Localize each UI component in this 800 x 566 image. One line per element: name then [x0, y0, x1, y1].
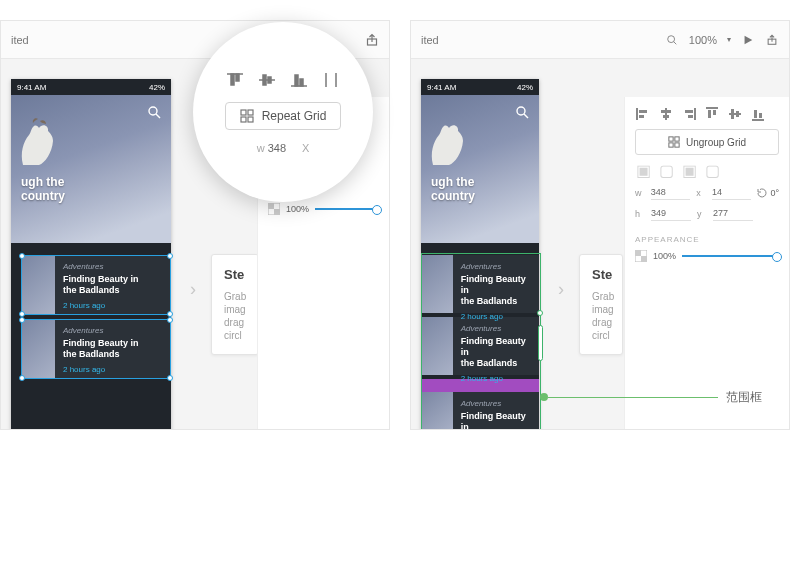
svg-rect-34 [669, 137, 673, 141]
chevron-right-icon[interactable]: › [551, 269, 571, 309]
align-middle-icon[interactable] [257, 70, 277, 90]
status-time: 9:41 AM [17, 83, 46, 92]
status-battery: 42% [149, 83, 165, 92]
svg-rect-21 [663, 115, 669, 118]
step-card: Ste Grabimagdragcircl [211, 254, 259, 355]
toolbar: ited 100% ▾ [411, 21, 789, 59]
svg-rect-4 [236, 74, 239, 81]
svg-rect-7 [295, 75, 298, 86]
svg-rect-18 [639, 115, 644, 118]
align-row [635, 107, 779, 121]
x-label: x [696, 188, 706, 198]
svg-rect-5 [263, 75, 266, 85]
size-row: w 348 x 14 0° [635, 185, 779, 200]
zoom-value[interactable]: 100% [689, 34, 717, 46]
svg-rect-28 [729, 113, 741, 115]
selection-outline [21, 319, 171, 379]
union-icon: ▣ [635, 163, 651, 177]
ungroup-grid-button[interactable]: Ungroup Grid [635, 129, 779, 155]
svg-rect-16 [636, 108, 638, 120]
rotation-input[interactable]: 0° [757, 188, 779, 198]
hero-image: ugh the country [11, 95, 171, 243]
share-icon[interactable] [365, 33, 379, 47]
height-input[interactable]: 349 [651, 206, 691, 221]
ungroup-grid-label: Ungroup Grid [686, 137, 746, 148]
align-right-icon[interactable] [681, 107, 697, 121]
step-body: Grabimagdragcircl [224, 290, 246, 342]
status-battery: 42% [517, 83, 533, 92]
svg-rect-26 [708, 110, 711, 118]
opacity-row[interactable]: 100% [268, 203, 379, 215]
search-icon[interactable] [515, 105, 529, 119]
intersect-icon: ▣ [681, 163, 697, 177]
align-bottom-icon[interactable] [750, 107, 766, 121]
y-input[interactable]: 277 [713, 206, 753, 221]
search-tool-icon[interactable] [665, 33, 679, 47]
play-icon[interactable] [741, 33, 755, 47]
svg-rect-23 [685, 110, 693, 113]
search-icon[interactable] [147, 105, 161, 119]
step-title: Ste [592, 267, 610, 282]
align-top-icon[interactable] [225, 70, 245, 90]
align-top-icon[interactable] [704, 107, 720, 121]
h-label: H [635, 209, 645, 219]
boolean-ops-row: ▣ ▢ ▣ ▢ [635, 163, 779, 177]
svg-rect-29 [731, 109, 734, 119]
doc-status: ited [11, 34, 29, 46]
chevron-right-icon[interactable]: › [183, 269, 203, 309]
subtract-icon: ▢ [658, 163, 674, 177]
svg-rect-9 [241, 110, 246, 115]
repeat-grid-icon [668, 136, 680, 148]
svg-point-1 [149, 107, 157, 115]
align-left-icon[interactable] [635, 107, 651, 121]
annotation-dot [540, 393, 548, 401]
svg-rect-35 [675, 137, 679, 141]
width-input[interactable]: 348 [651, 185, 690, 200]
repeat-grid-bounds[interactable] [421, 253, 541, 430]
appearance-section: APPEARANCE [635, 235, 779, 244]
svg-rect-10 [248, 110, 253, 115]
x-input[interactable]: 14 [712, 185, 751, 200]
svg-rect-31 [752, 119, 764, 121]
goat-illustration [425, 113, 465, 173]
selection-outline [21, 255, 171, 315]
svg-rect-20 [661, 110, 671, 113]
align-center-h-icon[interactable] [658, 107, 674, 121]
opacity-row[interactable]: 100% [635, 250, 779, 262]
hero-image: ugh thecountry [421, 95, 539, 243]
step-title: Ste [224, 267, 246, 282]
step-body: Grabimagdragcircl [592, 290, 610, 342]
magnifier-dim-row: w 348 X [257, 142, 310, 154]
phone-status-bar: 9:41 AM 42% [421, 79, 539, 95]
y-label: Y [697, 209, 707, 219]
svg-rect-17 [639, 110, 647, 113]
align-center-v-icon[interactable] [727, 107, 743, 121]
repeat-grid-icon [240, 109, 254, 123]
doc-status: ited [421, 34, 439, 46]
opacity-icon [635, 250, 647, 262]
align-bottom-icon[interactable] [289, 70, 309, 90]
share-icon[interactable] [765, 33, 779, 47]
phone-status-bar: 9:41 AM 42% [11, 79, 171, 95]
svg-rect-6 [268, 77, 271, 83]
repeat-grid-handle[interactable] [538, 325, 543, 361]
opacity-slider[interactable] [682, 255, 779, 257]
w-label: w [635, 188, 645, 198]
svg-rect-37 [675, 143, 679, 147]
magnifier-x-label: X [302, 142, 309, 154]
status-time: 9:41 AM [427, 83, 456, 92]
exclude-icon: ▢ [704, 163, 720, 177]
svg-rect-27 [713, 110, 716, 115]
svg-point-13 [668, 35, 675, 42]
goat-illustration [15, 113, 55, 173]
editor-window-right: ited 100% ▾ 9:41 AM 42% ugh thecountry [410, 20, 790, 430]
distribute-icon[interactable] [321, 70, 341, 90]
opacity-icon [268, 203, 280, 215]
svg-rect-25 [706, 107, 718, 109]
repeat-grid-button[interactable]: Repeat Grid [225, 102, 342, 130]
hero-title: ugh thecountry [431, 175, 475, 203]
svg-rect-24 [688, 115, 693, 118]
canvas[interactable]: 9:41 AM 42% ugh thecountry AdventuresFin… [411, 59, 789, 430]
opacity-slider[interactable] [315, 208, 379, 210]
svg-rect-12 [248, 117, 253, 122]
